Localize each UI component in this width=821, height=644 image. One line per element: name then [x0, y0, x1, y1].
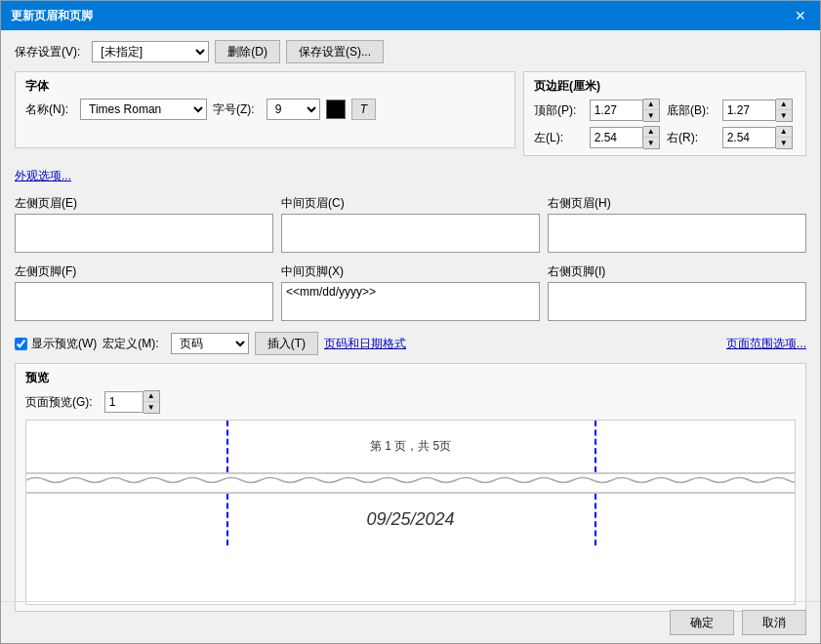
macro-label: 宏定义(M): — [103, 336, 158, 352]
preview-canvas: 第 1 页，共 5页 09/25/2024 — [25, 420, 796, 605]
header-right-textarea[interactable] — [548, 214, 806, 253]
header-right-label: 右侧页眉(H) — [548, 195, 806, 212]
preview-footer-left-margin-line — [226, 494, 228, 545]
preview-footer-text: 09/25/2024 — [26, 494, 795, 545]
font-name-select[interactable]: Times Roman — [80, 99, 207, 120]
page-preview-down[interactable]: ▼ — [144, 402, 159, 413]
footer-right-label: 右侧页脚(I) — [548, 263, 806, 280]
show-preview-checkbox[interactable] — [15, 338, 27, 350]
bottom-controls: 显示预览(W) 宏定义(M): 页码 插入(T) 页码和日期格式 页面范围选项.… — [15, 332, 806, 355]
bottom-margin-down[interactable]: ▼ — [776, 110, 792, 121]
left-margin-spinner: 2.54 ▲ ▼ — [590, 126, 663, 149]
footer-right-textarea[interactable] — [548, 282, 806, 321]
header-areas: 左侧页眉(E) 中间页眉(C) 右侧页眉(H) — [15, 195, 806, 256]
date-format-link[interactable]: 页码和日期格式 — [324, 332, 406, 355]
page-preview-spinner: 1 ▲ ▼ — [104, 390, 160, 414]
preview-right-margin-line — [595, 421, 596, 472]
bottom-margin-spinner: 1.27 ▲ ▼ — [722, 99, 796, 122]
font-color-box[interactable] — [326, 100, 346, 119]
macro-select[interactable]: 页码 — [171, 333, 249, 354]
right-margin-down[interactable]: ▼ — [776, 138, 792, 148]
font-size-select[interactable]: 9 — [267, 99, 320, 120]
close-button[interactable]: ✕ — [791, 4, 810, 27]
top-margin-label: 顶部(P): — [534, 102, 580, 119]
font-section: 字体 名称(N): Times Roman 字号(Z): 9 T — [15, 71, 515, 148]
footer-left-label: 左侧页脚(F) — [15, 263, 273, 280]
footer-left-textarea[interactable] — [15, 282, 273, 321]
header-left-label: 左侧页眉(E) — [15, 195, 273, 212]
main-dialog: 更新页眉和页脚 ✕ 保存设置(V): [未指定] 删除(D) 保存设置(S)..… — [0, 0, 821, 644]
font-size-label: 字号(Z): — [213, 101, 255, 118]
appearance-options-link[interactable]: 外观选项... — [15, 164, 71, 187]
save-settings-label: 保存设置(V): — [15, 44, 80, 60]
page-range-link[interactable]: 页面范围选项... — [726, 332, 806, 355]
toolbar-row: 保存设置(V): [未指定] 删除(D) 保存设置(S)... — [15, 40, 806, 63]
preview-section: 预览 页面预览(G): 1 ▲ ▼ — [15, 363, 806, 612]
top-margin-down[interactable]: ▼ — [643, 110, 659, 121]
font-name-label: 名称(N): — [25, 101, 68, 118]
top-margin-spinner: 1.27 ▲ ▼ — [590, 99, 663, 122]
header-left-textarea[interactable] — [15, 214, 273, 253]
font-style-button[interactable]: T — [351, 99, 376, 120]
footer-center-label: 中间页脚(X) — [281, 263, 540, 280]
bottom-margin-up[interactable]: ▲ — [776, 100, 792, 110]
dialog-title: 更新页眉和页脚 — [11, 8, 93, 24]
bottom-margin-input[interactable]: 1.27 — [722, 100, 776, 121]
delete-button[interactable]: 删除(D) — [215, 40, 280, 63]
header-center-textarea[interactable] — [281, 214, 540, 253]
right-margin-input[interactable]: 2.54 — [722, 127, 776, 148]
cancel-button[interactable]: 取消 — [742, 610, 806, 635]
show-preview-text: 显示预览(W) — [31, 336, 97, 352]
left-margin-up[interactable]: ▲ — [643, 127, 659, 138]
ok-cancel-row: 确定 取消 — [1, 601, 820, 643]
page-preview-up[interactable]: ▲ — [144, 391, 159, 402]
title-bar: 更新页眉和页脚 ✕ — [1, 1, 820, 30]
right-margin-spinner: 2.54 ▲ ▼ — [722, 126, 796, 149]
preset-select[interactable]: [未指定] — [92, 41, 209, 62]
page-preview-input[interactable]: 1 — [104, 391, 144, 413]
font-section-title: 字体 — [25, 78, 505, 95]
left-margin-down[interactable]: ▼ — [643, 138, 659, 148]
preview-left-margin-line — [226, 421, 228, 472]
preview-footer-right-margin-line — [595, 494, 596, 545]
top-margin-input[interactable]: 1.27 — [590, 100, 643, 121]
preview-header-text: 第 1 页，共 5页 — [26, 421, 795, 472]
footer-areas: 左侧页脚(F) 中间页脚(X) 右侧页脚(I) — [15, 263, 806, 324]
bottom-margin-label: 底部(B): — [667, 102, 713, 119]
show-preview-checkbox-label[interactable]: 显示预览(W) — [15, 336, 97, 352]
left-margin-input[interactable]: 2.54 — [590, 127, 643, 148]
right-margin-label: 右(R): — [667, 130, 713, 146]
top-margin-up[interactable]: ▲ — [643, 100, 659, 110]
header-center-label: 中间页眉(C) — [281, 195, 540, 212]
left-margin-label: 左(L): — [534, 130, 580, 146]
preview-title: 预览 — [25, 370, 796, 386]
insert-button[interactable]: 插入(T) — [255, 332, 318, 355]
margin-section: 页边距(厘米) 顶部(P): 1.27 ▲ ▼ 底部(B): 1.27 — [523, 71, 806, 156]
save-settings-button[interactable]: 保存设置(S)... — [286, 40, 384, 63]
right-margin-up[interactable]: ▲ — [776, 127, 792, 138]
footer-center-textarea[interactable] — [281, 282, 540, 321]
page-preview-label: 页面预览(G): — [25, 394, 93, 411]
margin-title: 页边距(厘米) — [534, 78, 796, 95]
ok-button[interactable]: 确定 — [670, 610, 734, 635]
